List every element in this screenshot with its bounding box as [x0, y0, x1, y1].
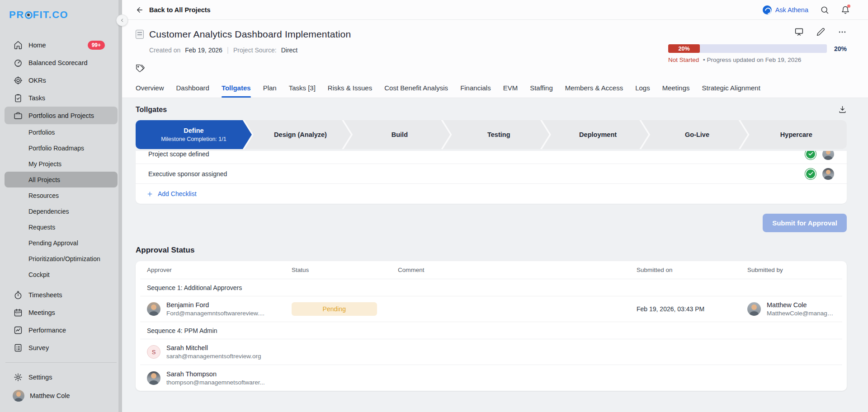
tab-tollgates[interactable]: Tollgates [222, 84, 251, 92]
table-row: S Sarah Mitchell sarah@managementsoftrev… [140, 339, 842, 365]
sidebar-item-tasks[interactable]: Tasks [5, 89, 118, 107]
stage-define[interactable]: Define Milestone Completion: 1/1 [136, 120, 252, 149]
present-button[interactable] [794, 27, 804, 37]
sub-item-label: Requests [28, 224, 55, 231]
sidebar-item-label: Balanced Scorecard [28, 59, 88, 66]
stage-subtitle: Milestone Completion: 1/1 [161, 136, 226, 142]
checklist-row: Executive sponsor assigned [136, 164, 847, 184]
status-cell: Pending [285, 302, 391, 316]
brand-logo: PRFIT.CO [0, 7, 122, 30]
sidebar-item-dependencies[interactable]: Dependencies [5, 203, 118, 219]
back-to-all-projects-link[interactable]: Back to All Projects [136, 6, 211, 14]
sub-item-label: My Projects [28, 160, 61, 168]
sidebar-item-pending-approval[interactable]: Pending Approval [5, 235, 118, 251]
tab-overview[interactable]: Overview [136, 84, 164, 92]
sidebar-item-my-projects[interactable]: My Projects [5, 156, 118, 172]
sidebar-user[interactable]: Matthew Cole [5, 386, 118, 406]
home-icon [14, 41, 23, 50]
stage-go-live[interactable]: Go-Live [641, 120, 747, 149]
checklist-row: Project scope defined [136, 151, 847, 164]
user-avatar [13, 390, 24, 402]
stage-design-analyze[interactable]: Design (Analyze) [245, 120, 351, 149]
stage-deployment[interactable]: Deployment [542, 120, 648, 149]
submit-row: Submit for Approval [136, 214, 847, 232]
sidebar-item-home[interactable]: Home 99+ [5, 36, 118, 54]
checklist-done-toggle[interactable] [805, 169, 816, 179]
progress-fill: 20% [668, 44, 700, 53]
sub-item-label: Pending Approval [28, 239, 78, 247]
athena-logo-icon [763, 5, 772, 14]
sub-item-label: Resources [28, 192, 59, 199]
table-row: Sarah Thompson thompson@managemnetsoftwa… [140, 365, 842, 391]
sidebar-item-performance[interactable]: Performance [5, 321, 118, 339]
ask-athena-button[interactable]: Ask Athena [763, 5, 808, 14]
search-button[interactable] [820, 5, 829, 14]
submit-for-approval-button[interactable]: Submit for Approval [763, 214, 847, 232]
status-badge: Not Started [668, 56, 699, 63]
stage-build[interactable]: Build [344, 120, 450, 149]
sidebar-item-timesheets[interactable]: Timesheets [5, 286, 118, 304]
download-button[interactable] [838, 105, 847, 114]
sidebar-item-label: Tasks [28, 94, 45, 102]
tab-evm[interactable]: EVM [503, 84, 518, 92]
back-label: Back to All Projects [149, 6, 211, 14]
sidebar-item-requests[interactable]: Requests [5, 219, 118, 235]
sidebar-item-label: Portfolios and Projects [28, 112, 94, 119]
sidebar-item-portfolios-and-projects[interactable]: Portfolios and Projects [5, 107, 118, 124]
sidebar-item-all-projects[interactable]: All Projects [5, 172, 118, 187]
stage-testing[interactable]: Testing [443, 120, 549, 149]
ask-athena-label: Ask Athena [775, 6, 808, 14]
stage-hypercare[interactable]: Hypercare [741, 120, 847, 149]
more-options-button[interactable] [838, 28, 847, 37]
sidebar-item-prioritization-optimization[interactable]: Prioritization/Optimization [5, 251, 118, 267]
sidebar-item-balanced-scorecard[interactable]: Balanced Scorecard [5, 54, 118, 71]
sidebar-item-survey[interactable]: Survey [5, 339, 118, 356]
sidebar-item-okrs[interactable]: OKRs [5, 71, 118, 89]
tab-risks-issues[interactable]: Risks & Issues [328, 84, 372, 92]
sidebar-item-meetings[interactable]: Meetings [5, 304, 118, 321]
checklist-row-actions [805, 168, 834, 180]
survey-list-icon [14, 343, 23, 352]
add-checklist-button[interactable]: Add Checklist [136, 184, 847, 204]
sidebar-collapse-button[interactable] [116, 14, 128, 26]
check-icon [808, 171, 814, 177]
tollgates-content: Tollgates Define Milestone Completion: 1… [122, 98, 868, 412]
sidebar-item-settings[interactable]: Settings [5, 368, 118, 386]
checklist-done-toggle[interactable] [805, 151, 816, 159]
sidebar-item-portfolios[interactable]: Portfolios [5, 124, 118, 140]
stage-name: Hypercare [780, 131, 812, 138]
stage-name: Testing [487, 131, 510, 138]
tab-strategic-alignment[interactable]: Strategic Alignment [702, 84, 760, 92]
tab-tasks[interactable]: Tasks [3] [289, 84, 316, 92]
tab-staffing[interactable]: Staffing [530, 84, 553, 92]
edit-button[interactable] [816, 28, 825, 36]
tab-plan[interactable]: Plan [263, 84, 277, 92]
tags-button[interactable] [136, 64, 847, 75]
tab-cost-benefit-analysis[interactable]: Cost Benefit Analysis [384, 84, 448, 92]
sidebar-divider [5, 362, 117, 363]
tab-members-access[interactable]: Members & Access [565, 84, 623, 92]
assignee-avatar [822, 168, 834, 180]
progress-status-line: Not Started • Progress updated on Feb 19… [668, 56, 847, 63]
project-tabs: Overview Dashboard Tollgates Plan Tasks … [136, 84, 847, 98]
sidebar-item-portfolio-roadmaps[interactable]: Portfolio Roadmaps [5, 140, 118, 156]
timesheets-stopwatch-icon [14, 290, 23, 300]
sidebar-tools-group: Timesheets Meetings Performance Survey [5, 286, 118, 356]
settings-gear-icon [14, 373, 23, 382]
project-header: Customer Analytics Dashboard Implementat… [122, 20, 868, 98]
tab-dashboard[interactable]: Dashboard [176, 84, 209, 92]
checklist-card: Project scope defined Executive sponsor … [136, 151, 847, 204]
tab-meetings[interactable]: Meetings [662, 84, 690, 92]
tab-financials[interactable]: Financials [460, 84, 491, 92]
progress-chip-label: 20% [679, 46, 690, 52]
tab-logs[interactable]: Logs [635, 84, 650, 92]
approver-name: Sarah Thompson [166, 370, 265, 378]
notifications-button[interactable] [841, 5, 850, 14]
col-submitted-on: Submitted on [630, 267, 741, 273]
performance-chart-icon [14, 326, 23, 335]
sidebar-item-cockpit[interactable]: Cockpit [5, 267, 118, 282]
approval-status-title: Approval Status [136, 246, 847, 255]
tollgate-stage-bar: Define Milestone Completion: 1/1 Design … [136, 120, 847, 149]
chevron-left-icon [119, 18, 125, 23]
sidebar-item-resources[interactable]: Resources [5, 187, 118, 203]
